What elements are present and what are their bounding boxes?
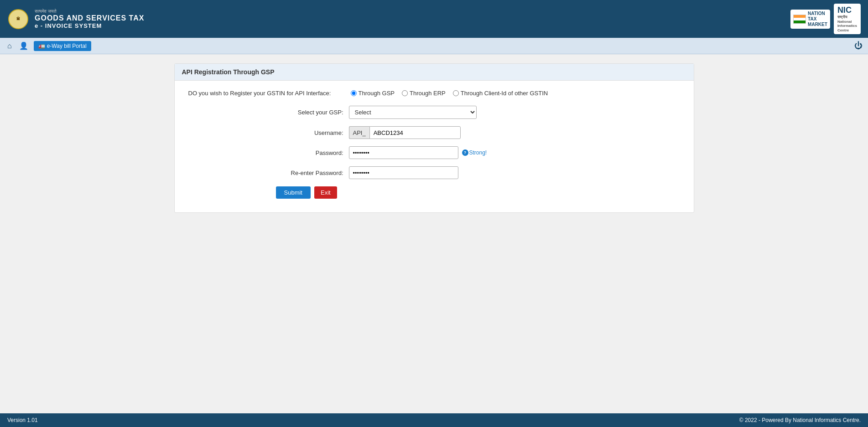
- user-icon[interactable]: 👤: [17, 41, 30, 51]
- form-fields: Select your GSP: Select Username: API_ P…: [261, 106, 680, 179]
- india-emblem: 🏛: [8, 9, 28, 29]
- radio-through-gsp-input[interactable]: [351, 90, 357, 96]
- username-prefix: API_: [349, 126, 369, 139]
- navbar: ⌂ 👤 🚛 e-Way bill Portal ⏻: [0, 38, 868, 54]
- password-strength-badge: ? Strong!: [462, 149, 487, 156]
- navbar-left: ⌂ 👤 🚛 e-Way bill Portal: [5, 41, 91, 51]
- form-card-body: DO you wish to Register your GSTIN for A…: [175, 81, 694, 212]
- username-row: Username: API_: [261, 126, 680, 139]
- nic-sublabel: राष्ट्रीयNationalInformaticsCentre: [837, 15, 857, 32]
- registration-type-row: DO you wish to Register your GSTIN for A…: [188, 90, 680, 97]
- radio-through-erp-input[interactable]: [402, 90, 408, 96]
- nic-logo: NIC राष्ट्रीयNationalInformaticsCentre: [834, 4, 861, 34]
- power-icon[interactable]: ⏻: [854, 41, 863, 51]
- info-icon: ?: [462, 149, 468, 156]
- satyameva-text: सत्यमेव जयते: [35, 9, 144, 14]
- radio-through-client-input[interactable]: [453, 90, 459, 96]
- radio-through-erp-label: Through ERP: [410, 90, 446, 97]
- radio-through-client-label: Through Client-Id of other GSTIN: [461, 90, 548, 97]
- india-flag: [793, 15, 806, 24]
- home-icon[interactable]: ⌂: [5, 41, 14, 51]
- radio-through-client[interactable]: Through Client-Id of other GSTIN: [453, 90, 548, 97]
- copyright-text: © 2022 - Powered By National Informatics…: [739, 417, 861, 423]
- reenter-password-input[interactable]: [349, 166, 458, 179]
- radio-through-gsp-label: Through GSP: [359, 90, 395, 97]
- eway-bill-icon: 🚛: [38, 43, 45, 49]
- eway-bill-portal-button[interactable]: 🚛 e-Way bill Portal: [34, 41, 91, 51]
- title-main: GOODS AND SERVICES TAX: [35, 14, 144, 22]
- exit-button[interactable]: Exit: [314, 186, 337, 199]
- registration-type-label: DO you wish to Register your GSTIN for A…: [188, 90, 343, 97]
- password-group: ? Strong!: [349, 146, 487, 159]
- card-title: API Registration Through GSP: [182, 68, 275, 76]
- version-text: Version 1.01: [7, 417, 38, 423]
- username-label: Username:: [261, 129, 343, 136]
- eway-bill-label: e-Way bill Portal: [47, 43, 87, 49]
- app-header: 🏛 सत्यमेव जयते GOODS AND SERVICES TAX e …: [0, 0, 868, 38]
- title-sub: e - INVOICE SYSTEM: [35, 22, 144, 29]
- username-input[interactable]: [369, 126, 461, 139]
- radio-through-erp[interactable]: Through ERP: [402, 90, 446, 97]
- form-card: API Registration Through GSP DO you wish…: [174, 63, 694, 213]
- action-row: Submit Exit: [276, 186, 680, 199]
- password-input[interactable]: [349, 146, 458, 159]
- gsp-select-row: Select your GSP: Select: [261, 106, 680, 119]
- ntm-text: NATIONTAXMARKET: [808, 11, 827, 27]
- radio-through-gsp[interactable]: Through GSP: [351, 90, 395, 97]
- header-right: NATIONTAXMARKET NIC राष्ट्रीयNationalInf…: [790, 4, 861, 34]
- radio-group: Through GSP Through ERP Through Client-I…: [351, 90, 548, 97]
- header-left: 🏛 सत्यमेव जयते GOODS AND SERVICES TAX e …: [7, 7, 144, 31]
- emblem-logo: 🏛: [7, 7, 29, 31]
- reenter-password-label: Re-enter Password:: [261, 170, 343, 176]
- password-strength-text: Strong!: [469, 149, 487, 156]
- ntm-logo: NATIONTAXMARKET: [790, 10, 830, 29]
- reenter-password-row: Re-enter Password:: [261, 166, 680, 179]
- username-group: API_: [349, 126, 461, 139]
- form-card-header: API Registration Through GSP: [175, 64, 694, 81]
- header-title: सत्यमेव जयते GOODS AND SERVICES TAX e - …: [35, 9, 144, 29]
- main-content: API Registration Through GSP DO you wish…: [0, 54, 868, 413]
- app-footer: Version 1.01 © 2022 - Powered By Nationa…: [0, 413, 868, 427]
- gsp-select-label: Select your GSP:: [261, 109, 343, 116]
- password-row: Password: ? Strong!: [261, 146, 680, 159]
- gsp-select[interactable]: Select: [349, 106, 477, 119]
- nic-label: NIC: [837, 5, 852, 15]
- submit-button[interactable]: Submit: [276, 186, 311, 199]
- password-label: Password:: [261, 149, 343, 156]
